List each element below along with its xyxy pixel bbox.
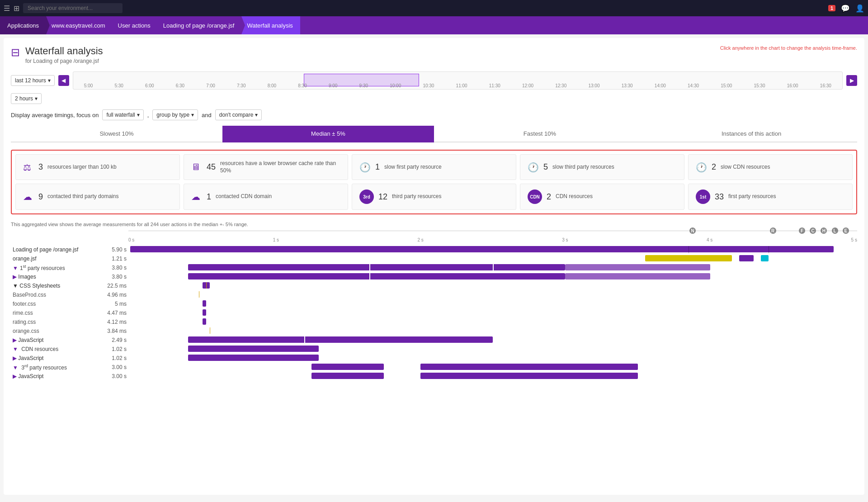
wf-label[interactable]: ▶ Images: [11, 272, 101, 281]
browser-icon: 🖥: [191, 162, 202, 172]
wf-label: Loading of page /orange.jsf: [11, 245, 101, 254]
wf-bar2: [565, 273, 710, 279]
wf-row-3rd-party: ▼ 3rd party resources 3.00 s: [11, 363, 857, 372]
metric-slow-first-party: 🕐 1 slow first party resource: [352, 154, 516, 180]
wf-label: footer.css: [11, 299, 101, 308]
timeline[interactable]: 5:00 5:30 6:00 6:30 7:00 7:30 8:00 8:30 …: [73, 71, 843, 90]
wf-section-label[interactable]: ▼ CDN resources: [11, 345, 101, 354]
wf-row-footer-css: footer.css 5 ms: [11, 299, 857, 308]
hamburger-icon[interactable]: ☰: [4, 4, 10, 13]
wf-row-js-cdn: ▶ JavaScript 1.02 s: [11, 354, 857, 363]
marker-e: E: [843, 227, 849, 234]
wf-bar-purple: [739, 255, 754, 261]
top-bar: ☰ ⊞ 1 💬 👤: [0, 0, 868, 16]
wf-time: 1.21 s: [101, 254, 128, 263]
metric-cache-rate: 🖥 45 resources have a lower browser cach…: [184, 154, 348, 180]
wf-row-orange-jsf: orange.jsf 1.21 s: [11, 254, 857, 263]
expand-icon2[interactable]: ▶: [13, 337, 17, 343]
wf-row-baseprod: BaseProd.css 4.96 ms: [11, 290, 857, 299]
chat-icon[interactable]: 💬: [841, 4, 850, 13]
wf-bar-cell: [128, 363, 857, 372]
wf-time: 3.80 s: [101, 272, 128, 281]
collapse-icon3[interactable]: ▼: [13, 346, 18, 352]
wf-bar1: [311, 373, 384, 379]
wf-time: 5.90 s: [101, 245, 128, 254]
collapse-icon2[interactable]: ▼: [13, 283, 18, 289]
main-content: ⊟ Waterfall analysis for Loading of page…: [4, 38, 864, 495]
chevron-down-icon: ▾: [48, 77, 51, 84]
grid-icon[interactable]: ⊞: [14, 4, 19, 13]
chevron-down-icon5: ▾: [255, 112, 258, 118]
wf-row-js-1st: ▶ JavaScript 2.49 s: [11, 336, 857, 345]
page-header: ⊟ Waterfall analysis for Loading of page…: [11, 45, 857, 64]
scale-icon: ⚖: [23, 162, 34, 173]
wf-bar: [188, 336, 493, 343]
wf-section-label[interactable]: ▼1st party resources: [11, 263, 101, 272]
wf-bar-cell: [128, 245, 857, 254]
metric-third-party-resources: 3rd 12 third party resources: [352, 184, 516, 210]
wf-bar2: [420, 364, 638, 370]
marker-r: R: [770, 227, 776, 234]
search-input[interactable]: [23, 3, 123, 13]
wf-bar-cell: [128, 281, 857, 290]
group-dropdown[interactable]: group by type ▾: [152, 109, 198, 120]
breadcrumb-applications[interactable]: Applications: [0, 16, 46, 34]
cloud-icon-2: ☁: [191, 191, 202, 202]
prev-time-btn[interactable]: ◀: [58, 75, 69, 86]
expand-icon3[interactable]: ▶: [13, 355, 17, 361]
collapse-icon[interactable]: ▼: [13, 265, 18, 271]
last-hours-selector[interactable]: last 12 hours ▾: [11, 75, 55, 86]
hours-selector[interactable]: 2 hours ▾: [11, 93, 42, 104]
cloud-icon-1: ☁: [23, 191, 34, 202]
metric-resources-large: ⚖ 3 resources larger than 100 kb: [15, 154, 180, 180]
collapse-icon4[interactable]: ▼: [13, 365, 18, 371]
wf-time: 22.5 ms: [101, 281, 128, 290]
wf-bar-cell: [128, 336, 857, 345]
wf-dotted: [199, 291, 199, 298]
next-time-btn[interactable]: ▶: [846, 75, 857, 86]
metric-slow-third-party: 🕐 5 slow third party resources: [520, 154, 684, 180]
compare-dropdown[interactable]: don't compare ▾: [215, 109, 262, 120]
tab-fastest[interactable]: Fastest 10%: [434, 126, 646, 142]
breadcrumb-easytravel[interactable]: www.easytravel.com: [46, 16, 112, 34]
wf-tick: [304, 336, 305, 343]
breadcrumb-loading-page[interactable]: Loading of page /orange.jsf: [158, 16, 242, 34]
clock-icon-1: 🕐: [359, 162, 371, 173]
wf-label[interactable]: ▶ JavaScript: [11, 336, 101, 345]
wf-dotted: [206, 282, 207, 289]
wf-bar-cell: [128, 354, 857, 363]
wf-vline-n: [689, 246, 689, 253]
time-controls: last 12 hours ▾ ◀ 5:00 5:30 6:00 6:30 7:…: [11, 71, 857, 90]
user-icon[interactable]: 👤: [855, 4, 864, 13]
waterfall-table: Loading of page /orange.jsf 5.90 s orang…: [11, 245, 857, 381]
click-hint: Click anywhere in the chart to change th…: [720, 45, 857, 51]
metrics-grid: ⚖ 3 resources larger than 100 kb 🖥 45 re…: [11, 150, 857, 214]
wf-time: 4.47 ms: [101, 308, 128, 317]
wf-time: 3.00 s: [101, 363, 128, 372]
wf-label[interactable]: ▶ JavaScript: [11, 372, 101, 381]
wf-time: 2.49 s: [101, 336, 128, 345]
wf-row-images: ▶ Images 3.80 s: [11, 272, 857, 281]
page-subtitle: for Loading of page /orange.jsf: [25, 58, 103, 64]
breadcrumb-waterfall[interactable]: Waterfall analysis: [241, 16, 300, 34]
wf-bar-yellow: [645, 255, 732, 261]
wf-label[interactable]: ▼ CSS Stylesheets: [11, 281, 101, 290]
wf-label[interactable]: ▶ JavaScript: [11, 354, 101, 363]
tab-instances[interactable]: Instances of this action: [646, 126, 857, 142]
wf-section-label[interactable]: ▼ 3rd party resources: [11, 363, 101, 372]
wf-time: 3.80 s: [101, 263, 128, 272]
wf-bar-cell: [128, 327, 857, 336]
metric-cdn-resources: CDN 2 CDN resources: [520, 184, 684, 210]
tab-median[interactable]: Median ± 5%: [222, 126, 434, 142]
breadcrumb-user-actions[interactable]: User actions: [113, 16, 158, 34]
focus-dropdown[interactable]: full waterfall ▾: [102, 109, 143, 120]
wf-bar2: [565, 264, 710, 270]
wf-bar-cell: [128, 317, 857, 327]
wf-tick2: [493, 264, 494, 270]
wf-label: BaseProd.css: [11, 290, 101, 299]
expand-icon[interactable]: ▶: [13, 274, 17, 280]
time-controls-row2: 2 hours ▾: [11, 93, 857, 104]
tab-slowest[interactable]: Slowest 10%: [11, 126, 222, 142]
expand-icon4[interactable]: ▶: [13, 373, 17, 379]
notification-badge[interactable]: 1: [828, 5, 835, 11]
